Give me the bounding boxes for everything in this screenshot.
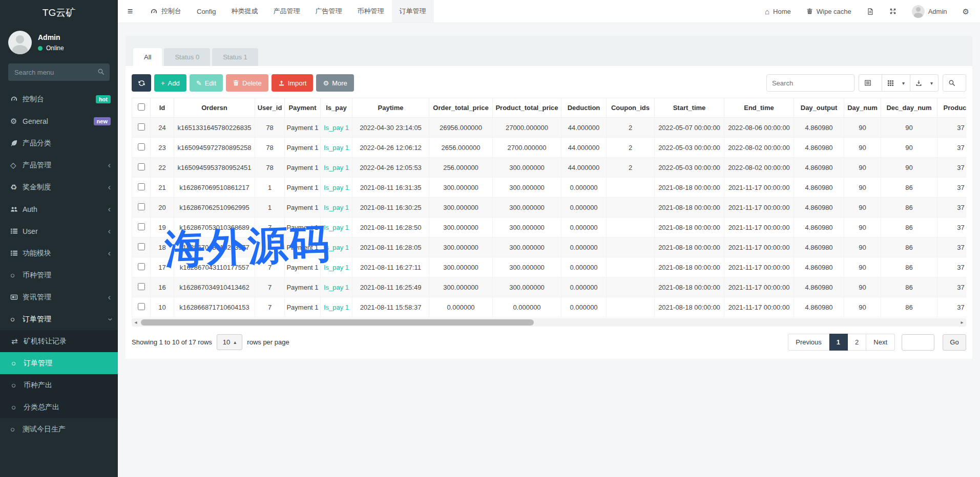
- col-header-payment[interactable]: Payment: [285, 98, 321, 118]
- col-header-coupon_ids[interactable]: Coupon_ids: [607, 98, 655, 118]
- export-button[interactable]: ▾: [910, 74, 939, 92]
- sidebar-subitem-order-manage[interactable]: ○ 订单管理: [0, 352, 118, 374]
- sidebar-item-dashboard[interactable]: 控制台 hot: [0, 88, 118, 110]
- cell-is_pay[interactable]: Is_pay 1: [321, 198, 352, 218]
- import-button[interactable]: Import: [272, 74, 314, 92]
- pagination-page-1[interactable]: 1: [829, 334, 848, 351]
- pagination-next[interactable]: Next: [866, 334, 895, 351]
- cell-deduction: 0.000000: [561, 198, 607, 218]
- sidebar-subitem-coin-output[interactable]: ○ 币种产出: [0, 374, 118, 396]
- col-header-deduction[interactable]: Deduction: [561, 98, 607, 118]
- sidebar-item-product-category[interactable]: 产品分类: [0, 132, 118, 154]
- nav-item-coin[interactable]: 币种管理: [350, 0, 392, 23]
- tab-all[interactable]: All: [133, 48, 162, 66]
- cell-is_pay[interactable]: Is_pay 1: [321, 118, 352, 138]
- sidebar-item-news-manage[interactable]: 资讯管理 ‹: [0, 286, 118, 308]
- table-search-input[interactable]: [766, 74, 854, 92]
- home-button[interactable]: ⌂ Home: [757, 0, 799, 23]
- menu-toggle-button[interactable]: ≡: [118, 0, 142, 23]
- edit-button[interactable]: ✎ Edit: [190, 74, 223, 92]
- cell-is_pay[interactable]: Is_pay 1: [321, 237, 352, 257]
- sidebar-item-auth[interactable]: Auth ‹: [0, 198, 118, 220]
- col-header-start_time[interactable]: Start_time: [655, 98, 724, 118]
- nav-item-config[interactable]: Config: [189, 0, 224, 23]
- row-checkbox[interactable]: [138, 303, 145, 310]
- fullscreen-button[interactable]: [882, 0, 904, 23]
- row-checkbox[interactable]: [138, 283, 145, 290]
- more-button[interactable]: ⚙ More: [316, 74, 353, 92]
- nav-item-orders[interactable]: 订单管理: [392, 0, 434, 23]
- admin-menu[interactable]: Admin: [904, 0, 955, 23]
- horizontal-scrollbar[interactable]: ◂ ▸: [132, 318, 966, 327]
- nav-item-product[interactable]: 产品管理: [266, 0, 308, 23]
- delete-button[interactable]: Delete: [226, 74, 268, 92]
- cell-is_pay[interactable]: Is_pay 1: [321, 158, 352, 178]
- col-header-id[interactable]: Id: [151, 98, 174, 118]
- search-toggle-button[interactable]: [943, 74, 966, 92]
- row-checkbox[interactable]: [138, 123, 145, 131]
- sidebar-item-general[interactable]: ⚙ General new: [0, 110, 118, 132]
- col-header-end_time[interactable]: End_time: [724, 98, 794, 118]
- col-header-is_pay[interactable]: Is_pay: [321, 98, 352, 118]
- tab-status-0[interactable]: Status 0: [164, 48, 210, 66]
- col-header-ordersn[interactable]: Ordersn: [174, 98, 255, 118]
- cell-order_total_price: 300.000000: [429, 277, 493, 297]
- sidebar-subitem-miner-transfer[interactable]: ⇄ 矿机转让记录: [0, 330, 118, 352]
- sidebar-item-user[interactable]: User ‹: [0, 220, 118, 242]
- scroll-right-arrow-icon[interactable]: ▸: [958, 318, 966, 327]
- cell-is_pay[interactable]: Is_pay 1: [321, 297, 352, 317]
- sidebar-item-modules[interactable]: 功能模块 ‹: [0, 242, 118, 264]
- pagination-previous[interactable]: Previous: [788, 334, 829, 351]
- col-header-dec_day_num[interactable]: Dec_day_num: [881, 98, 937, 118]
- nav-item-ads[interactable]: 广告管理: [308, 0, 350, 23]
- columns-button[interactable]: ▾: [882, 74, 910, 92]
- row-checkbox[interactable]: [138, 223, 145, 230]
- page-size-dropdown[interactable]: 10 ▴: [217, 334, 243, 350]
- sidebar-item-bonus[interactable]: ♻ 奖金制度 ‹: [0, 176, 118, 198]
- check-update-button[interactable]: [859, 0, 882, 23]
- go-button[interactable]: Go: [943, 334, 966, 351]
- row-checkbox[interactable]: [138, 243, 145, 250]
- wipe-cache-button[interactable]: Wipe cache: [799, 0, 859, 23]
- row-checkbox[interactable]: [138, 163, 145, 170]
- showing-rows-text: Showing 1 to 10 of 17 rows: [132, 338, 212, 346]
- row-checkbox[interactable]: [138, 263, 145, 270]
- pagination-page-2[interactable]: 2: [848, 334, 866, 351]
- scroll-left-arrow-icon[interactable]: ◂: [132, 318, 140, 327]
- col-header-day_num[interactable]: Day_num: [844, 98, 881, 118]
- nav-item-commission[interactable]: 种类提成: [224, 0, 266, 23]
- cell-is_pay[interactable]: Is_pay 1: [321, 257, 352, 277]
- scrollbar-thumb[interactable]: [141, 319, 534, 326]
- sidebar-item-coin-manage[interactable]: ○ 币种管理: [0, 264, 118, 286]
- select-all-checkbox[interactable]: [138, 103, 145, 111]
- cell-is_pay[interactable]: Is_pay 1: [321, 218, 352, 237]
- refresh-button[interactable]: [132, 74, 151, 92]
- chevron-left-icon: ‹: [108, 183, 111, 191]
- settings-button[interactable]: ⚙: [955, 0, 977, 23]
- col-header-product_id[interactable]: Product_id: [937, 98, 967, 118]
- col-header-paytime[interactable]: Paytime: [352, 98, 429, 118]
- page-jump-input[interactable]: [902, 334, 934, 351]
- sidebar-item-order-manage[interactable]: ○ 订单管理 ‹: [0, 308, 118, 330]
- scrollbar-track[interactable]: [140, 319, 958, 326]
- cell-dec_day_num: 86: [881, 178, 937, 198]
- cell-is_pay[interactable]: Is_pay 1: [321, 178, 352, 198]
- cell-order_total_price: 300.000000: [429, 237, 493, 257]
- cell-is_pay[interactable]: Is_pay 1: [321, 277, 352, 297]
- sidebar-item-product-manage[interactable]: ◇ 产品管理 ‹: [0, 154, 118, 176]
- col-header-order_total_price[interactable]: Order_total_price: [429, 98, 493, 118]
- col-header-product_total_price[interactable]: Product_total_price: [493, 98, 561, 118]
- row-checkbox[interactable]: [138, 183, 145, 190]
- col-header-day_output[interactable]: Day_output: [794, 98, 844, 118]
- add-button[interactable]: + Add: [154, 74, 186, 92]
- sidebar-subitem-category-output[interactable]: ○ 分类总产出: [0, 396, 118, 418]
- nav-item-dashboard[interactable]: 控制台: [142, 0, 189, 23]
- sidebar-item-test-today[interactable]: ○ 测试今日生产: [0, 418, 118, 440]
- row-checkbox[interactable]: [138, 143, 145, 150]
- sidebar-search-input[interactable]: [8, 63, 110, 81]
- col-header-user_id[interactable]: User_id: [255, 98, 285, 118]
- cell-is_pay[interactable]: Is_pay 1: [321, 138, 352, 158]
- toggle-view-button[interactable]: [859, 74, 882, 92]
- tab-status-1[interactable]: Status 1: [212, 48, 258, 66]
- row-checkbox[interactable]: [138, 203, 145, 210]
